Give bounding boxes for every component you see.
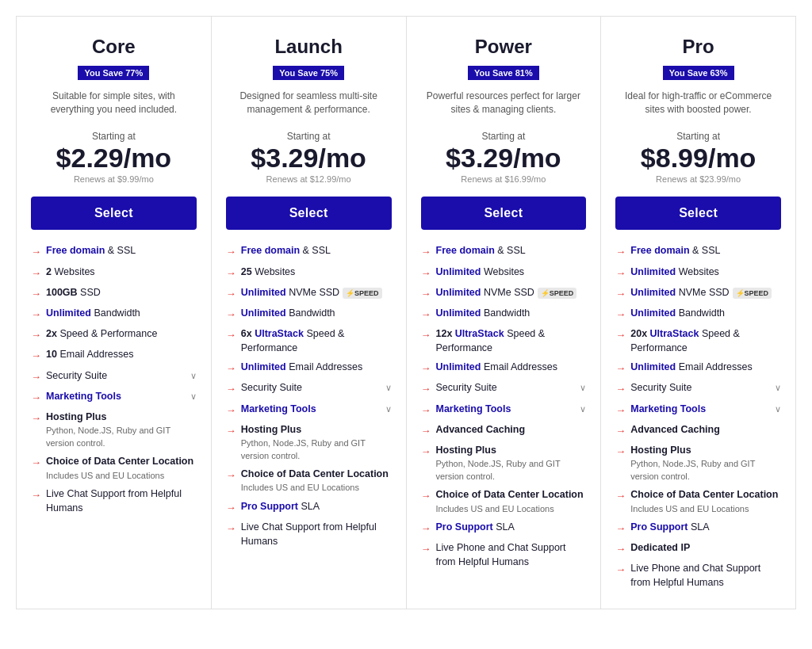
arrow-icon: → [615,521,626,536]
chevron-down-icon: ∨ [190,370,197,382]
plan-name: Core [92,36,136,58]
feature-item: →12x UltraStack Speed & Performance [421,327,587,355]
expandable-feature[interactable]: Security Suite∨ [436,381,587,395]
feature-text: Hosting PlusPython, Node.JS, Ruby and GI… [46,410,197,449]
feature-item: →Free domain & SSL [421,244,587,259]
arrow-icon: → [226,468,236,483]
plan-header: CoreYou Save 77% [31,36,197,86]
arrow-icon: → [31,411,41,426]
savings-badge: You Save 77% [78,66,149,80]
feature-item: →Unlimited Email Addresses [615,361,781,376]
feature-item: →Choice of Data Center LocationIncludes … [615,488,781,515]
chevron-down-icon: ∨ [775,403,781,415]
select-button-core[interactable]: Select [31,197,197,230]
feature-subtext: Includes US and EU Locations [46,470,197,482]
expandable-feature[interactable]: Security Suite∨ [241,381,392,395]
arrow-icon: → [226,501,236,515]
renews-price: Renews at $23.99/mo [615,174,781,184]
arrow-icon: → [421,307,431,322]
expandable-feature[interactable]: Security Suite∨ [46,369,197,384]
feature-text: Unlimited Bandwidth [46,307,197,321]
feature-item: →Unlimited Bandwidth [615,307,781,322]
arrow-icon: → [421,287,431,301]
feature-item: →10 Email Addresses [31,348,197,363]
feature-text: Choice of Data Center LocationIncludes U… [436,488,587,515]
feature-item: →Hosting PlusPython, Node.JS, Ruby and G… [226,423,392,462]
feature-item: →Live Chat Support from Helpful Humans [226,521,392,548]
select-button-launch[interactable]: Select [226,197,392,230]
expandable-feature[interactable]: Marketing Tools∨ [436,403,587,417]
feature-text: Unlimited Email Addresses [241,361,392,375]
feature-item: →Choice of Data Center LocationIncludes … [421,488,587,515]
plan-card-power: PowerYou Save 81%Powerful resources perf… [407,17,602,609]
features-list: →Free domain & SSL→Unlimited Websites→Un… [615,244,781,590]
feature-text: Live Phone and Chat Support from Helpful… [436,541,587,569]
arrow-icon: → [421,521,431,536]
arrow-icon: → [31,370,41,384]
expandable-feature[interactable]: Marketing Tools∨ [46,390,197,404]
feature-item: →Security Suite∨ [226,381,392,396]
feature-text: Unlimited Email Addresses [436,361,587,375]
arrow-icon: → [31,456,41,470]
arrow-icon: → [615,328,626,342]
arrow-icon: → [421,445,431,459]
feature-item: →Pro Support SLA [226,500,392,515]
feature-text: Pro Support SLA [436,521,587,535]
feature-text: Live Chat Support from Helpful Humans [46,487,197,515]
feature-subtext: Python, Node.JS, Ruby and GIT version co… [46,425,197,449]
arrow-icon: → [421,361,431,376]
expandable-label: Security Suite [436,381,497,395]
arrow-icon: → [226,382,236,396]
feature-text: Advanced Caching [630,423,781,437]
arrow-icon: → [226,266,236,281]
feature-subtext: Includes US and EU Locations [630,503,781,515]
arrow-icon: → [421,542,431,556]
renews-price: Renews at $9.99/mo [31,174,197,184]
plan-name: Launch [274,36,342,58]
renews-price: Renews at $12.99/mo [226,174,392,184]
chevron-down-icon: ∨ [580,382,586,394]
arrow-icon: → [31,307,41,322]
arrow-icon: → [615,489,626,503]
arrow-icon: → [31,391,41,405]
renews-price: Renews at $16.99/mo [421,174,587,184]
feature-item: →Security Suite∨ [31,369,197,384]
feature-item: →Unlimited Email Addresses [226,361,392,376]
feature-item: →Pro Support SLA [421,521,587,536]
expandable-feature[interactable]: Marketing Tools∨ [630,403,781,417]
feature-text: 10 Email Addresses [46,348,197,362]
select-button-pro[interactable]: Select [615,197,781,230]
plan-card-pro: ProYou Save 63%Ideal for high-traffic or… [601,17,795,609]
feature-item: →6x UltraStack Speed & Performance [226,327,392,355]
expandable-label: Security Suite [46,369,107,384]
starting-at-label: Starting at [421,131,587,142]
chevron-down-icon: ∨ [385,403,392,415]
starting-at-label: Starting at [226,131,392,142]
plan-name: Power [475,36,532,58]
feature-item: →Unlimited Websites [421,265,587,281]
feature-text: Advanced Caching [436,423,587,437]
feature-subtext: Python, Node.JS, Ruby and GIT version co… [436,458,587,483]
feature-text: Unlimited NVMe SSD⚡SPEED [436,286,587,300]
feature-text: Live Chat Support from Helpful Humans [241,521,392,548]
arrow-icon: → [31,488,41,502]
feature-text: Dedicated IP [630,541,781,555]
feature-text: Hosting PlusPython, Node.JS, Ruby and GI… [241,423,392,462]
chevron-down-icon: ∨ [190,391,197,403]
select-button-power[interactable]: Select [421,197,587,230]
expandable-feature[interactable]: Security Suite∨ [630,381,781,395]
arrow-icon: → [421,403,431,418]
savings-badge: You Save 75% [273,66,344,80]
plan-header: LaunchYou Save 75% [226,36,392,86]
expandable-label: Marketing Tools [46,390,121,404]
feature-item: →Unlimited Bandwidth [31,307,197,322]
feature-item: →Unlimited Bandwidth [421,307,587,322]
feature-text: Marketing Tools∨ [241,403,392,417]
feature-item: →Live Phone and Chat Support from Helpfu… [615,562,781,590]
expandable-label: Security Suite [630,381,691,395]
plan-description: Powerful resources perfect for larger si… [421,90,587,118]
chevron-down-icon: ∨ [385,382,392,394]
feature-item: →Hosting PlusPython, Node.JS, Ruby and G… [615,444,781,483]
savings-badge: You Save 63% [663,66,734,80]
expandable-feature[interactable]: Marketing Tools∨ [241,403,392,417]
